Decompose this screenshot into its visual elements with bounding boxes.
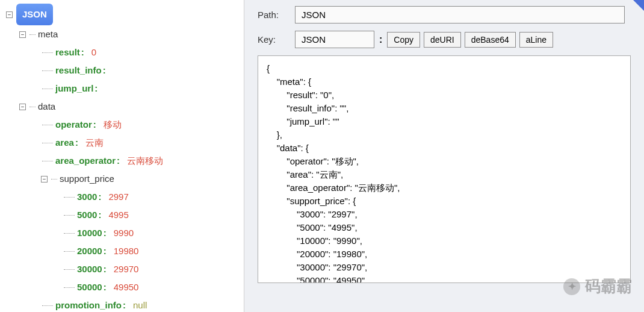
tree-node-support-price[interactable]: − support_price — [6, 170, 238, 188]
detail-panel: Path: Key: : Copy deURI deBase64 aLine — [244, 0, 644, 312]
value: 9990 — [114, 224, 134, 242]
key-row: Key: : Copy deURI deBase64 aLine — [258, 31, 637, 48]
key: 3000 — [77, 188, 97, 206]
key: area — [55, 134, 74, 152]
tree-leaf-operator[interactable]: operator: 移动 — [6, 116, 238, 134]
key: jump_url — [55, 80, 93, 98]
value: 29970 — [114, 260, 139, 278]
value: null — [133, 296, 147, 312]
value: 49950 — [114, 278, 139, 296]
tree-leaf-promotion-info[interactable]: promotion_info: null — [6, 296, 238, 312]
tree-leaf-price[interactable]: 3000:2997 — [6, 188, 238, 206]
tree-node-data[interactable]: − data — [6, 98, 238, 116]
collapse-icon[interactable]: − — [6, 11, 13, 18]
json-textarea[interactable] — [258, 56, 630, 282]
value: 2997 — [108, 188, 128, 206]
tree-leaf-price[interactable]: 30000:29970 — [6, 260, 238, 278]
key: area_operator — [55, 152, 116, 170]
path-input[interactable] — [295, 6, 625, 23]
tree-leaf-jump-url[interactable]: jump_url: — [6, 80, 238, 98]
value: 0 — [91, 43, 96, 61]
panel-collapse-icon[interactable] — [633, 0, 644, 11]
collapse-icon[interactable]: − — [41, 176, 48, 183]
path-label: Path: — [258, 10, 295, 20]
tree-leaf-price[interactable]: 5000:4995 — [6, 206, 238, 224]
path-row: Path: — [258, 6, 637, 23]
tree-leaf-price[interactable]: 10000:9990 — [6, 224, 238, 242]
separator: : — [379, 34, 382, 45]
node-label: support_price — [60, 170, 114, 188]
value: 云南 — [85, 134, 104, 152]
debase64-button[interactable]: deBase64 — [465, 32, 516, 48]
tree-leaf-price[interactable]: 20000:19980 — [6, 242, 238, 260]
key: 20000 — [77, 242, 102, 260]
tree-panel: − JSON − meta result: 0 result_info: jum… — [0, 0, 244, 312]
key: 10000 — [77, 224, 102, 242]
value: 4995 — [108, 206, 128, 224]
tree-leaf-result-info[interactable]: result_info: — [6, 61, 238, 80]
value: 云南移动 — [127, 152, 163, 170]
key: 50000 — [77, 278, 102, 296]
collapse-icon[interactable]: − — [19, 31, 26, 38]
tree-node-meta[interactable]: − meta — [6, 25, 238, 43]
value: 19980 — [114, 242, 139, 260]
tree-leaf-price[interactable]: 50000:49950 — [6, 278, 238, 296]
json-textarea-wrap — [258, 55, 631, 283]
node-label: data — [38, 98, 55, 116]
key-input[interactable] — [295, 31, 374, 48]
key: result_info — [55, 61, 102, 80]
collapse-icon[interactable]: − — [19, 104, 26, 110]
key: 30000 — [77, 260, 102, 278]
key-label: Key: — [258, 34, 295, 45]
tree-root-row[interactable]: − JSON — [6, 4, 238, 25]
deuri-button[interactable]: deURI — [424, 32, 461, 48]
aline-button[interactable]: aLine — [519, 32, 553, 48]
tree-leaf-area-operator[interactable]: area_operator: 云南移动 — [6, 152, 238, 170]
tree-leaf-area[interactable]: area: 云南 — [6, 134, 238, 152]
tree-leaf-result[interactable]: result: 0 — [6, 43, 238, 61]
key: 5000 — [77, 206, 97, 224]
value: 移动 — [104, 116, 122, 134]
copy-button[interactable]: Copy — [387, 32, 420, 48]
root-badge[interactable]: JSON — [16, 4, 53, 25]
key: result — [55, 43, 80, 61]
node-label: meta — [38, 25, 58, 43]
key: promotion_info — [55, 296, 122, 312]
key: operator — [55, 116, 92, 134]
